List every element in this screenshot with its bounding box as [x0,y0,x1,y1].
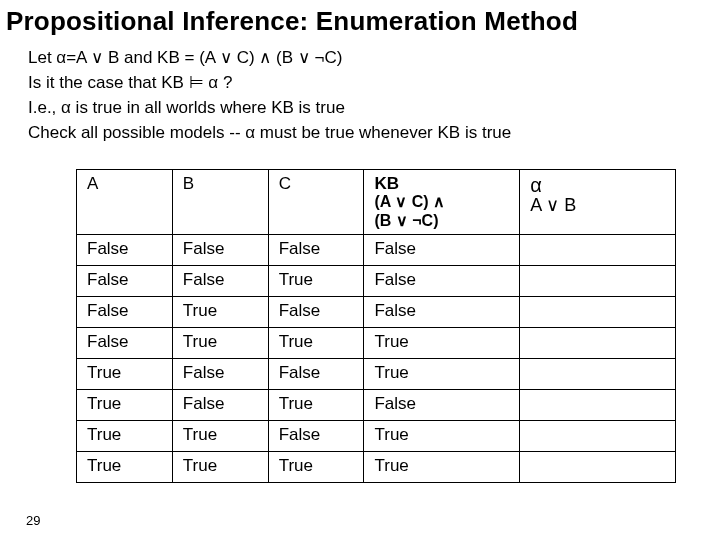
cell-alpha [520,452,676,483]
cell-c: True [268,328,364,359]
cell-kb: False [364,266,520,297]
table-row: False True True True [77,328,676,359]
cell-b: True [172,297,268,328]
cell-b: False [172,390,268,421]
truth-table-container: A B C KB (A ∨ C) ∧ (B ∨ ¬C) α A ∨ B Fals… [76,169,676,483]
cell-alpha [520,297,676,328]
cell-b: True [172,421,268,452]
col-header-kb: KB (A ∨ C) ∧ (B ∨ ¬C) [364,169,520,234]
cell-c: True [268,266,364,297]
cell-kb: True [364,421,520,452]
body-line-1: Let α=A ∨ B and KB = (A ∨ C) ∧ (B ∨ ¬C) [28,47,680,70]
cell-a: False [77,328,173,359]
body-line-3: I.e., α is true in all worlds where KB i… [28,97,680,120]
body-line-2: Is it the case that KB ⊨ α ? [28,72,680,95]
cell-alpha [520,359,676,390]
cell-kb: False [364,297,520,328]
cell-alpha [520,421,676,452]
table-row: True True False True [77,421,676,452]
cell-c: False [268,421,364,452]
alpha-header-top: α [530,174,542,196]
cell-b: False [172,266,268,297]
cell-b: True [172,452,268,483]
table-row: False False False False [77,235,676,266]
cell-a: True [77,390,173,421]
kb-header-top: KB [374,174,399,193]
cell-alpha [520,328,676,359]
table-row: False False True False [77,266,676,297]
cell-alpha [520,266,676,297]
cell-kb: True [364,452,520,483]
cell-alpha [520,390,676,421]
cell-c: False [268,235,364,266]
alpha-header-sub: A ∨ B [530,196,665,216]
cell-a: False [77,235,173,266]
cell-c: False [268,359,364,390]
cell-b: True [172,328,268,359]
cell-kb: True [364,328,520,359]
table-header-row: A B C KB (A ∨ C) ∧ (B ∨ ¬C) α A ∨ B [77,169,676,234]
table-row: True False False True [77,359,676,390]
cell-c: True [268,390,364,421]
cell-a: True [77,359,173,390]
truth-table: A B C KB (A ∨ C) ∧ (B ∨ ¬C) α A ∨ B Fals… [76,169,676,483]
cell-kb: False [364,235,520,266]
body-line-4: Check all possible models -- α must be t… [28,122,680,145]
kb-header-sub2: (B ∨ ¬C) [374,212,509,230]
cell-b: False [172,235,268,266]
table-row: True False True False [77,390,676,421]
cell-alpha [520,235,676,266]
col-header-a: A [77,169,173,234]
slide-body: Let α=A ∨ B and KB = (A ∨ C) ∧ (B ∨ ¬C) … [0,47,680,145]
slide-title: Propositional Inference: Enumeration Met… [0,0,720,47]
slide-number: 29 [26,513,40,528]
cell-a: True [77,421,173,452]
cell-c: True [268,452,364,483]
cell-b: False [172,359,268,390]
col-header-alpha: α A ∨ B [520,169,676,234]
cell-a: True [77,452,173,483]
kb-header-sub1: (A ∨ C) ∧ [374,193,509,211]
table-row: False True False False [77,297,676,328]
table-row: True True True True [77,452,676,483]
cell-kb: False [364,390,520,421]
col-header-c: C [268,169,364,234]
cell-a: False [77,297,173,328]
cell-c: False [268,297,364,328]
cell-a: False [77,266,173,297]
col-header-b: B [172,169,268,234]
cell-kb: True [364,359,520,390]
table-body: False False False False False False True… [77,235,676,483]
